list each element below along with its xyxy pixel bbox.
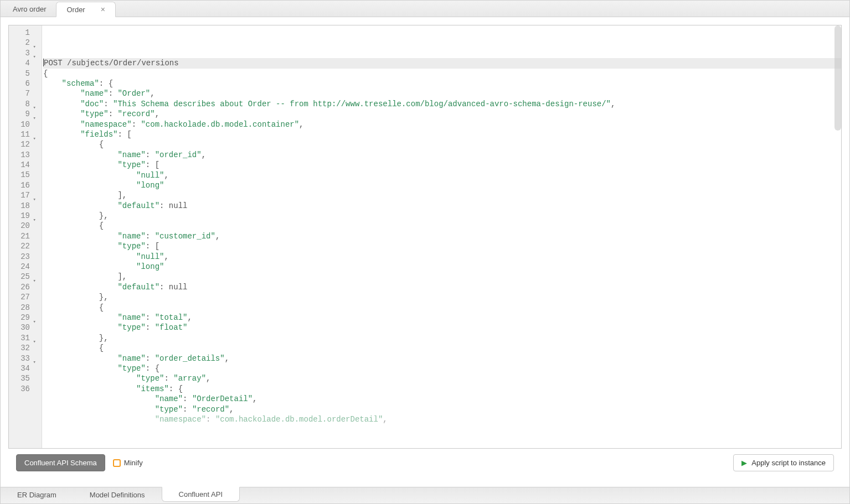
code-line[interactable]: }, bbox=[43, 333, 841, 343]
code-line[interactable]: { bbox=[43, 139, 841, 149]
code-line[interactable]: "null", bbox=[43, 170, 841, 180]
line-number: 28 bbox=[9, 303, 36, 313]
line-number: 5 bbox=[9, 69, 36, 79]
bottom-tab-model-definitions[interactable]: Model Definitions bbox=[73, 487, 162, 502]
line-number: 27 bbox=[9, 292, 36, 302]
line-number: 32 bbox=[9, 343, 36, 353]
apply-script-button[interactable]: ▶ Apply script to instance bbox=[733, 454, 834, 471]
editor-toolbar: Confluent API Schema Minify ▶ Apply scri… bbox=[8, 449, 842, 479]
code-line[interactable]: "fields": [ bbox=[43, 129, 841, 139]
code-line[interactable]: "namespace": "com.hackolade.db.model.ord… bbox=[43, 414, 841, 424]
fold-icon[interactable] bbox=[32, 112, 36, 116]
code-line[interactable]: "name": "total", bbox=[43, 313, 841, 323]
top-tab-bar: Avro orderOrder× bbox=[1, 1, 849, 17]
line-number: 3 bbox=[9, 48, 36, 58]
confluent-api-schema-button[interactable]: Confluent API Schema bbox=[16, 454, 105, 471]
line-number: 16 bbox=[9, 180, 36, 190]
code-line[interactable]: "name": "OrderDetail", bbox=[43, 394, 841, 404]
line-number: 14 bbox=[9, 160, 36, 170]
tab-label: Order bbox=[66, 6, 85, 14]
code-line[interactable]: }, bbox=[43, 211, 841, 221]
code-line[interactable]: "name": "order_details", bbox=[43, 354, 841, 363]
minify-checkbox[interactable]: Minify bbox=[113, 459, 143, 467]
bottom-tab-confluent-api[interactable]: Confluent API bbox=[162, 487, 240, 502]
line-number: 21 bbox=[9, 231, 36, 241]
code-line[interactable]: "long" bbox=[43, 180, 841, 190]
line-number: 31 bbox=[9, 333, 36, 343]
line-number: 12 bbox=[9, 139, 36, 149]
fold-icon[interactable] bbox=[32, 102, 36, 106]
line-number: 13 bbox=[9, 150, 36, 160]
code-line[interactable]: "type": { bbox=[43, 363, 841, 373]
code-line[interactable]: "namespace": "com.hackolade.db.model.con… bbox=[43, 119, 841, 129]
code-line[interactable]: "long" bbox=[43, 262, 841, 272]
fold-icon[interactable] bbox=[32, 41, 36, 45]
code-line[interactable]: "type": [ bbox=[43, 241, 841, 251]
code-line[interactable]: ], bbox=[43, 272, 841, 282]
line-number: 22 bbox=[9, 241, 36, 251]
line-number: 18 bbox=[9, 201, 36, 211]
line-number: 15 bbox=[9, 170, 36, 180]
code-line[interactable]: { bbox=[43, 69, 841, 79]
line-number: 7 bbox=[9, 89, 36, 98]
code-line[interactable]: { bbox=[43, 221, 841, 231]
code-line[interactable]: "type": "array", bbox=[43, 373, 841, 383]
code-line[interactable]: "type": [ bbox=[43, 160, 841, 170]
code-line[interactable]: { bbox=[43, 343, 841, 353]
code-line[interactable]: "default": null bbox=[43, 282, 841, 292]
checkbox-icon bbox=[113, 459, 121, 467]
code-editor[interactable]: 1 2 3 4 5 6 7 8 9 10 11 12 13 14 15 16 1… bbox=[8, 25, 842, 449]
line-number: 19 bbox=[9, 211, 36, 221]
fold-icon[interactable] bbox=[32, 133, 36, 137]
code-line[interactable]: "type": "float" bbox=[43, 323, 841, 332]
apply-label: Apply script to instance bbox=[751, 459, 826, 467]
line-number: 29 bbox=[9, 313, 36, 323]
play-icon: ▶ bbox=[741, 459, 747, 467]
code-line[interactable]: "default": null bbox=[43, 201, 841, 211]
line-number: 30 bbox=[9, 323, 36, 332]
line-number: 4 bbox=[9, 58, 36, 68]
app-window: Avro orderOrder× 1 2 3 4 5 6 7 8 9 10 11… bbox=[0, 0, 850, 504]
tab-label: ER Diagram bbox=[17, 491, 56, 499]
code-line[interactable]: "name": "Order", bbox=[43, 89, 841, 98]
line-number: 25 bbox=[9, 272, 36, 282]
fold-icon[interactable] bbox=[32, 356, 36, 360]
fold-icon[interactable] bbox=[32, 336, 36, 340]
editor-panel: 1 2 3 4 5 6 7 8 9 10 11 12 13 14 15 16 1… bbox=[1, 17, 849, 487]
code-line[interactable]: "doc": "This Schema describes about Orde… bbox=[43, 99, 841, 109]
code-line[interactable]: "name": "customer_id", bbox=[43, 231, 841, 241]
code-line[interactable]: "type": "record", bbox=[43, 404, 841, 414]
vertical-scrollbar[interactable] bbox=[834, 25, 841, 131]
code-line[interactable]: "items": { bbox=[43, 384, 841, 394]
code-line[interactable]: "name": "order_id", bbox=[43, 150, 841, 160]
line-number: 2 bbox=[9, 38, 36, 48]
code-line[interactable]: "schema": { bbox=[43, 79, 841, 89]
line-number: 10 bbox=[9, 119, 36, 129]
fold-icon[interactable] bbox=[32, 275, 36, 279]
line-number: 36 bbox=[9, 384, 36, 394]
fold-icon[interactable] bbox=[32, 316, 36, 320]
tab-label: Avro order bbox=[13, 5, 46, 13]
code-line[interactable]: ], bbox=[43, 190, 841, 200]
line-number: 17 bbox=[9, 190, 36, 200]
line-number: 35 bbox=[9, 373, 36, 383]
bottom-tab-er-diagram[interactable]: ER Diagram bbox=[1, 487, 73, 502]
fold-icon[interactable] bbox=[32, 51, 36, 55]
code-line[interactable]: { bbox=[43, 303, 841, 313]
line-number: 11 bbox=[9, 129, 36, 139]
fold-icon[interactable] bbox=[32, 194, 36, 198]
line-number: 34 bbox=[9, 363, 36, 373]
tab-label: Confluent API bbox=[179, 490, 223, 498]
top-tab-avro-order[interactable]: Avro order bbox=[3, 1, 56, 17]
code-line[interactable]: "null", bbox=[43, 252, 841, 262]
line-number: 6 bbox=[9, 79, 36, 89]
close-icon[interactable]: × bbox=[101, 6, 105, 13]
code-line[interactable]: "type": "record", bbox=[43, 109, 841, 119]
code-area[interactable]: POST /subjects/Order/versions{ "schema":… bbox=[42, 25, 841, 448]
line-number: 20 bbox=[9, 221, 36, 231]
line-number-gutter: 1 2 3 4 5 6 7 8 9 10 11 12 13 14 15 16 1… bbox=[9, 25, 42, 448]
code-line[interactable]: }, bbox=[43, 292, 841, 302]
code-line[interactable]: POST /subjects/Order/versions bbox=[43, 58, 841, 68]
fold-icon[interactable] bbox=[32, 214, 36, 218]
top-tab-order[interactable]: Order× bbox=[56, 2, 115, 17]
